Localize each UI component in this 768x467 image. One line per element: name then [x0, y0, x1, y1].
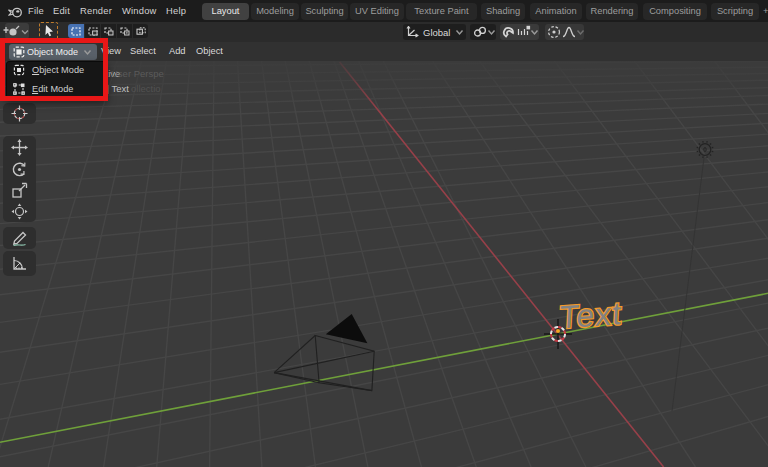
svg-text:Text: Text: [559, 295, 623, 335]
